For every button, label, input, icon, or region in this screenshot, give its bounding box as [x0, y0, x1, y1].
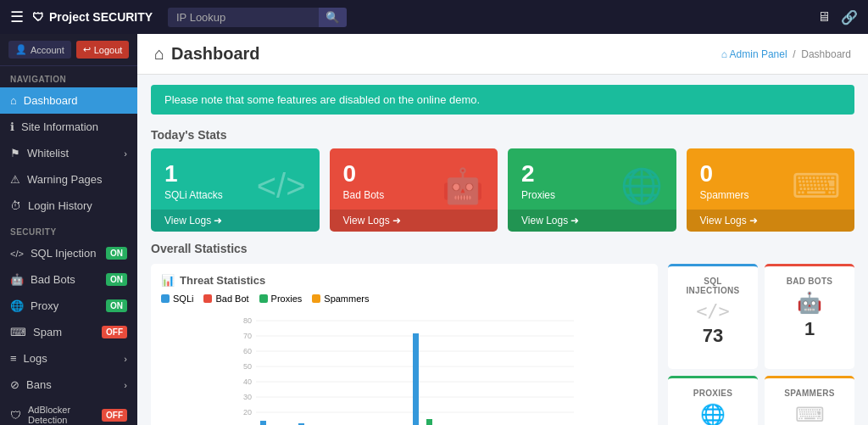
svg-rect-23 [426, 419, 432, 425]
bot-icon: 🤖 [442, 166, 484, 206]
stat-card-sqli: 1 SQLi Attacks </> View Logs ➜ [151, 148, 320, 232]
info-icon: ℹ [10, 120, 14, 133]
code-icon: </> [257, 167, 306, 205]
sidebar-item-whitelist[interactable]: ⚑ Whitelist › [0, 140, 137, 166]
sidebar-item-label: Logs [24, 352, 47, 365]
proxy-logs-label: View Logs [521, 215, 568, 226]
sidebar-item-dashboard[interactable]: ⌂ Dashboard [0, 87, 137, 114]
bots-badge: ON [106, 273, 127, 286]
svg-text:20: 20 [243, 408, 252, 417]
alert-banner: Please note that some features are disab… [151, 85, 854, 115]
user-actions: 👤 Account ↩ Logout [0, 34, 137, 66]
mini-stat-spammers: SPAMMERS ⌨ [765, 376, 854, 426]
home-icon: ⌂ [154, 44, 164, 64]
sidebar-item-adblocker[interactable]: 🛡 AdBlocker Detection OFF [0, 398, 137, 425]
svg-text:50: 50 [243, 362, 252, 371]
spam-logs-label: View Logs [700, 215, 747, 226]
sidebar-item-spam[interactable]: ⌨ Spam OFF [0, 319, 137, 345]
sqli-view-logs[interactable]: View Logs ➜ [151, 210, 320, 232]
code-icon: </> [10, 249, 24, 259]
overall-title: Overall Statistics [151, 242, 854, 260]
sidebar-item-login-history[interactable]: ⏱ Login History [0, 193, 137, 219]
sidebar-item-warning-pages[interactable]: ⚠ Warning Pages [0, 166, 137, 193]
monitor-icon[interactable]: 🖥 [817, 9, 831, 25]
user-icon: 👤 [15, 44, 27, 55]
sidebar-item-label: Login History [28, 199, 92, 212]
main-content: ⌂ Dashboard ⌂ Admin Panel / Dashboard Pl… [137, 34, 868, 425]
sidebar-item-logs[interactable]: ≡ Logs › [0, 345, 137, 372]
mini-sqli-title: SQL INJECTIONS [678, 277, 748, 295]
sidebar-item-label: Whitelist [27, 147, 69, 159]
keyboard-icon: ⌨ [775, 403, 844, 426]
spam-view-logs[interactable]: View Logs ➜ [687, 210, 855, 232]
mini-stat-sqli: SQL INJECTIONS </> 73 [668, 264, 758, 369]
mini-bots-title: BAD BOTS [775, 277, 844, 286]
sidebar-item-label: Dashboard [24, 94, 78, 107]
search-wrap: 🔍 [168, 8, 347, 27]
mini-stat-proxies: PROXIES 🌐 [668, 376, 758, 426]
shield-icon: 🛡 [10, 409, 21, 422]
legend-badbot-label: Bad Bot [215, 294, 248, 304]
svg-text:60: 60 [243, 347, 252, 355]
hamburger-button[interactable]: ☰ [10, 8, 24, 26]
legend-proxies-label: Proxies [271, 294, 303, 304]
todays-stats-title: Today's Stats [137, 125, 868, 148]
keyboard-icon: ⌨ [792, 166, 841, 205]
bots-view-logs[interactable]: View Logs ➜ [330, 210, 498, 232]
brand-name: Project SECURITY [49, 10, 153, 24]
top-nav-right: 🖥 🔗 [817, 9, 858, 25]
sidebar-item-site-information[interactable]: ℹ Site Information [0, 114, 137, 140]
legend-badbot: Bad Bot [203, 294, 248, 304]
globe-icon: 🌐 [678, 403, 748, 426]
badbot-dot [203, 294, 212, 303]
sidebar-item-label: Warning Pages [27, 173, 102, 186]
breadcrumb: ⌂ Admin Panel / Dashboard [721, 48, 851, 60]
right-stats: SQL INJECTIONS </> 73 BAD BOTS 🤖 1 PROXI… [668, 264, 854, 425]
mini-proxy-title: PROXIES [678, 389, 748, 398]
chart-title: 📊 Threat Statistics [161, 274, 648, 287]
mini-bots-count: 1 [775, 318, 844, 340]
breadcrumb-home[interactable]: ⌂ Admin Panel [721, 48, 787, 60]
warning-icon: ⚠ [10, 173, 20, 186]
svg-text:30: 30 [243, 393, 252, 401]
sidebar-item-bans[interactable]: ⊘ Bans › [0, 372, 137, 398]
logout-button[interactable]: ↩ Logout [76, 41, 130, 59]
chart-panel: 📊 Threat Statistics SQLi Bad Bot Proxies [151, 264, 658, 425]
keyboard-icon: ⌨ [10, 326, 26, 338]
page-title: ⌂ Dashboard [154, 44, 260, 64]
ban-icon: ⊘ [10, 378, 19, 391]
svg-rect-21 [413, 333, 419, 425]
alert-message: Please note that some features are disab… [164, 93, 480, 106]
layout: 👤 Account ↩ Logout NAVIGATION ⌂ Dashboar… [0, 34, 868, 425]
sqli-logs-label: View Logs [164, 215, 211, 226]
share-icon[interactable]: 🔗 [841, 9, 858, 25]
chart-title-text: Threat Statistics [180, 274, 265, 287]
stat-card-badbots: 0 Bad Bots 🤖 View Logs ➜ [330, 148, 498, 232]
sidebar-item-bad-bots[interactable]: 🤖 Bad Bots ON [0, 266, 137, 293]
flag-icon: ⚑ [10, 147, 20, 159]
mini-sqli-count: 73 [678, 325, 748, 347]
chevron-right-icon: › [124, 148, 127, 159]
account-label: Account [31, 45, 64, 55]
logout-label: Logout [94, 45, 123, 55]
globe-icon: 🌐 [620, 166, 663, 206]
sidebar-item-label: Bad Bots [31, 273, 75, 286]
home-icon: ⌂ [10, 94, 17, 107]
chart-icon: 📊 [161, 274, 175, 287]
shield-icon: 🛡 [32, 10, 44, 24]
proxy-view-logs[interactable]: View Logs ➜ [508, 210, 676, 232]
stat-card-proxies: 2 Proxies 🌐 View Logs ➜ [508, 148, 676, 232]
search-input[interactable] [168, 8, 320, 27]
legend-sqli-label: SQLi [173, 294, 193, 304]
clock-icon: ⏱ [10, 199, 21, 212]
sidebar-item-proxy[interactable]: 🌐 Proxy ON [0, 293, 137, 319]
svg-text:40: 40 [243, 377, 252, 386]
sidebar-item-sql-injection[interactable]: </> SQL Injection ON [0, 240, 137, 266]
search-button[interactable]: 🔍 [319, 8, 347, 27]
brand-logo: 🛡 Project SECURITY [32, 10, 168, 24]
proxies-dot [259, 294, 268, 303]
code-icon: </> [678, 300, 748, 322]
account-button[interactable]: 👤 Account [8, 41, 71, 59]
breadcrumb-current: Dashboard [801, 48, 851, 60]
stats-row: 1 SQLi Attacks </> View Logs ➜ 0 Bad Bot… [137, 148, 868, 242]
